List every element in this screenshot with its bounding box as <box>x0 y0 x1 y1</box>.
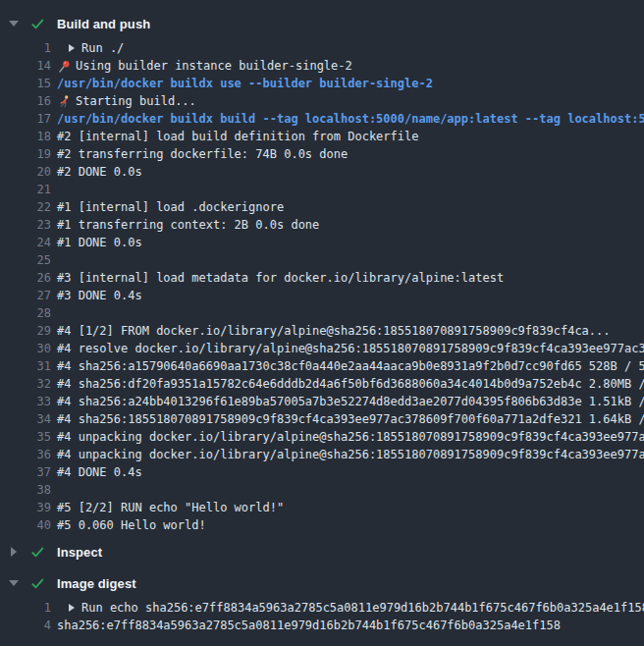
play-icon[interactable] <box>69 44 75 52</box>
section-title: Inspect <box>57 545 102 560</box>
log-line-text: Run echo sha256:e7ff8834a5963a2785c5a081… <box>57 599 644 617</box>
log-line[interactable]: 15 /usr/bin/docker buildx use --builder … <box>0 75 644 92</box>
log-line-text: Starting build... <box>57 92 196 110</box>
line-number[interactable]: 30 <box>0 340 51 357</box>
log-line[interactable]: 16 Starting build... <box>0 92 644 110</box>
log-line[interactable]: 39 #5 [2/2] RUN echo "Hello world!" <box>0 499 644 516</box>
line-number[interactable]: 39 <box>0 499 51 516</box>
log-line-text: #4 sha256:a15790640a6690aa1730c38cf0a440… <box>57 357 644 375</box>
log-line-string: sha256:e7ff8834a5963a2785c5a0811e979d16b… <box>57 617 561 634</box>
line-number[interactable]: 22 <box>0 198 51 216</box>
line-number[interactable]: 31 <box>0 357 51 375</box>
log-line[interactable]: 37 #4 DONE 0.4s <box>0 463 644 481</box>
log-line-string: #1 transferring context: 2B 0.0s done <box>57 216 319 234</box>
log-line-string: #4 DONE 0.4s <box>57 463 142 481</box>
pushpin-icon <box>57 59 71 73</box>
log-line[interactable]: 21 <box>0 181 644 198</box>
log-line[interactable]: 40 #5 0.060 Hello world! <box>0 516 644 534</box>
log-line[interactable]: 28 <box>0 304 644 322</box>
log-line[interactable]: 22 #1 [internal] load .dockerignore <box>0 198 644 216</box>
log-line-string: #4 sha256:a15790640a6690aa1730c38cf0a440… <box>57 357 644 375</box>
log-line-text: /usr/bin/docker buildx build --tag local… <box>57 110 644 128</box>
log-line-text: #4 [1/2] FROM docker.io/library/alpine@s… <box>57 322 611 340</box>
line-number[interactable]: 33 <box>0 393 51 410</box>
play-icon[interactable] <box>69 604 75 612</box>
log-line[interactable]: 30 #4 resolve docker.io/library/alpine@s… <box>0 340 644 357</box>
section-log-body: 1 Run echo sha256:e7ff8834a5963a2785c5a0… <box>0 599 644 634</box>
log-line-text: /usr/bin/docker buildx use --builder bui… <box>57 75 433 92</box>
section-title: Image digest <box>57 576 136 591</box>
log-line[interactable]: 14 Using builder instance builder-single… <box>0 57 644 75</box>
log-line[interactable]: 19 #2 transferring dockerfile: 74B 0.0s … <box>0 145 644 163</box>
line-number[interactable]: 40 <box>0 516 51 534</box>
line-number[interactable]: 21 <box>0 181 51 198</box>
line-number[interactable]: 17 <box>0 110 51 128</box>
log-line-text: #4 DONE 0.4s <box>57 463 142 481</box>
log-line[interactable]: 38 <box>0 481 644 499</box>
line-number[interactable]: 35 <box>0 428 51 446</box>
chevron-down-icon[interactable] <box>8 577 20 589</box>
line-number[interactable]: 27 <box>0 287 51 304</box>
line-number[interactable]: 24 <box>0 234 51 251</box>
log-line[interactable]: 1 Run ./ <box>0 39 644 57</box>
line-number[interactable]: 38 <box>0 481 51 499</box>
line-number[interactable]: 16 <box>0 92 51 110</box>
log-line-string: #5 0.060 Hello world! <box>57 516 206 534</box>
line-number[interactable]: 34 <box>0 410 51 428</box>
line-number[interactable]: 14 <box>0 57 51 75</box>
log-line[interactable]: 31 #4 sha256:a15790640a6690aa1730c38cf0a… <box>0 357 644 375</box>
line-number[interactable]: 29 <box>0 322 51 340</box>
log-line[interactable]: 34 #4 sha256:185518070891758909c9f839cf4… <box>0 410 644 428</box>
log-line-text: #5 [2/2] RUN echo "Hello world!" <box>57 499 284 516</box>
line-number[interactable]: 20 <box>0 163 51 181</box>
log-line[interactable]: 35 #4 unpacking docker.io/library/alpine… <box>0 428 644 446</box>
log-line[interactable]: 18 #2 [internal] load build definition f… <box>0 128 644 145</box>
workflow-log-viewer: Build and push 1 Run ./ 14 Using builder… <box>0 0 644 646</box>
log-line[interactable]: 29 #4 [1/2] FROM docker.io/library/alpin… <box>0 322 644 340</box>
section-header-build-and-push[interactable]: Build and push <box>0 12 644 35</box>
line-number[interactable]: 4 <box>0 617 51 634</box>
log-line[interactable]: 17 /usr/bin/docker buildx build --tag lo… <box>0 110 644 128</box>
log-section-inspect: Inspect <box>0 540 644 564</box>
chevron-right-icon[interactable] <box>8 546 20 558</box>
log-line[interactable]: 20 #2 DONE 0.0s <box>0 163 644 181</box>
log-line[interactable]: 1 Run echo sha256:e7ff8834a5963a2785c5a0… <box>0 599 644 617</box>
line-number[interactable]: 36 <box>0 446 51 463</box>
log-line[interactable]: 4 sha256:e7ff8834a5963a2785c5a0811e979d1… <box>0 617 644 634</box>
log-line[interactable]: 25 <box>0 251 644 269</box>
log-line[interactable]: 33 #4 sha256:a24bb4013296f61e89ba57005a7… <box>0 393 644 410</box>
line-number[interactable]: 26 <box>0 269 51 287</box>
section-title: Build and push <box>57 17 150 31</box>
line-number[interactable]: 15 <box>0 75 51 92</box>
log-line[interactable]: 23 #1 transferring context: 2B 0.0s done <box>0 216 644 234</box>
line-number[interactable]: 23 <box>0 216 51 234</box>
line-number[interactable]: 28 <box>0 304 51 322</box>
log-line-string: /usr/bin/docker buildx build --tag local… <box>57 110 644 128</box>
log-line[interactable]: 24 #1 DONE 0.0s <box>0 234 644 251</box>
log-line[interactable]: 36 #4 unpacking docker.io/library/alpine… <box>0 446 644 463</box>
log-line-string: #1 [internal] load .dockerignore <box>57 198 284 216</box>
check-icon <box>29 575 45 591</box>
log-line[interactable]: 27 #3 DONE 0.4s <box>0 287 644 304</box>
line-number[interactable]: 25 <box>0 251 51 269</box>
log-line[interactable]: 26 #3 [internal] load metadata for docke… <box>0 269 644 287</box>
log-line-text: #4 sha256:a24bb4013296f61e89ba57005a7b3e… <box>57 393 644 410</box>
line-number[interactable]: 18 <box>0 128 51 145</box>
log-line-text: #1 [internal] load .dockerignore <box>57 198 284 216</box>
log-line-string: Run ./ <box>81 39 124 57</box>
line-number[interactable]: 37 <box>0 463 51 481</box>
log-line-string: /usr/bin/docker buildx use --builder bui… <box>57 75 433 92</box>
chevron-down-icon[interactable] <box>8 18 20 29</box>
line-number[interactable]: 1 <box>0 39 51 57</box>
log-line-string: #4 sha256:185518070891758909c9f839cf4ca3… <box>57 410 644 428</box>
log-line-text: #2 DONE 0.0s <box>57 163 142 181</box>
log-line-text: #2 [internal] load build definition from… <box>57 128 418 145</box>
log-line[interactable]: 32 #4 sha256:df20fa9351a15782c64e6dddb2d… <box>0 375 644 393</box>
runner-icon <box>57 94 71 108</box>
section-header-image-digest[interactable]: Image digest <box>0 571 644 595</box>
line-number[interactable]: 1 <box>0 599 51 617</box>
log-line-text: #1 transferring context: 2B 0.0s done <box>57 216 319 234</box>
line-number[interactable]: 32 <box>0 375 51 393</box>
line-number[interactable]: 19 <box>0 145 51 163</box>
section-header-inspect[interactable]: Inspect <box>0 540 644 564</box>
